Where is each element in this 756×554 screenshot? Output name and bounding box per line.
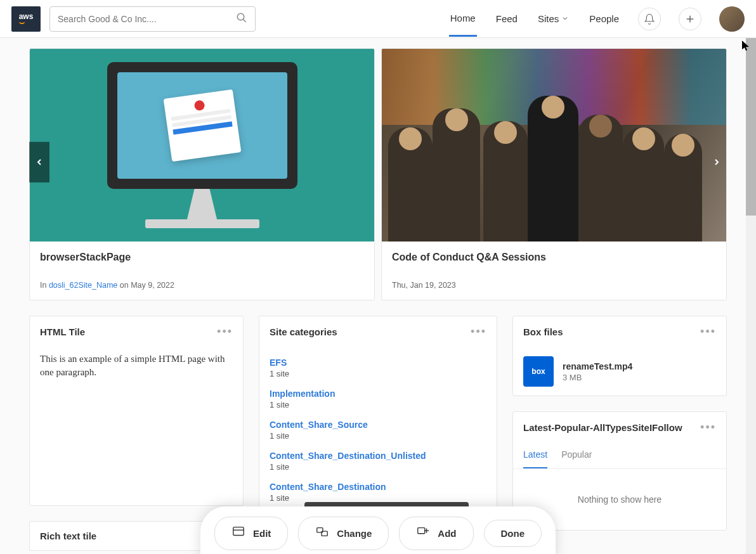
html-tile-menu[interactable]: ••• xyxy=(217,325,233,338)
add-button[interactable] xyxy=(679,8,701,30)
nav-feed[interactable]: Feed xyxy=(495,2,519,35)
carousel-card-2[interactable]: Code of Conduct Q&A Sessions Thu, Jan 19… xyxy=(381,48,727,300)
aws-logo[interactable]: aws ⌣ xyxy=(11,6,41,32)
nav-sites[interactable]: Sites xyxy=(537,2,570,35)
carousel: browserStackPage In dosli_62Site_Name on… xyxy=(29,48,727,300)
card-1-site-link[interactable]: dosli_62Site_Name xyxy=(49,281,117,290)
box-files-tile: Box files ••• box renameTest.mp4 3 MB xyxy=(512,316,727,396)
tab-popular[interactable]: Popular xyxy=(561,443,592,468)
rich-tile-title: Rich text tile xyxy=(40,531,96,541)
svg-rect-4 xyxy=(233,527,244,536)
bottom-toolbar: Edit Change Add Done xyxy=(200,506,556,554)
latest-tabs: Latest Popular xyxy=(513,443,726,469)
latest-title: Latest-Popular-AllTypesSiteIFollow xyxy=(523,422,682,433)
carousel-card-1[interactable]: browserStackPage In dosli_62Site_Name on… xyxy=(29,48,375,300)
html-tile-title: HTML Tile xyxy=(40,326,85,337)
box-file-item[interactable]: box renameTest.mp4 3 MB xyxy=(513,347,726,396)
box-menu[interactable]: ••• xyxy=(700,325,716,338)
card-2-image xyxy=(382,49,726,242)
chevron-down-icon xyxy=(561,13,569,24)
svg-rect-8 xyxy=(418,528,425,534)
html-tile: HTML Tile ••• This is an example of a si… xyxy=(29,316,244,506)
category-item[interactable]: Implementation 1 site xyxy=(270,383,486,415)
top-nav: Home Feed Sites People xyxy=(449,1,745,37)
carousel-prev-button[interactable] xyxy=(29,142,49,183)
carousel-next-button[interactable] xyxy=(707,142,727,183)
file-name: renameTest.mp4 xyxy=(563,361,632,371)
user-avatar[interactable] xyxy=(719,6,745,32)
search-icon[interactable] xyxy=(236,12,247,26)
change-icon xyxy=(315,525,329,542)
file-size: 3 MB xyxy=(563,373,632,382)
card-1-title: browserStackPage xyxy=(40,252,364,263)
box-icon: box xyxy=(523,356,554,387)
search-box[interactable] xyxy=(49,6,256,32)
box-title: Box files xyxy=(523,326,563,337)
categories-menu[interactable]: ••• xyxy=(471,325,486,338)
latest-menu[interactable]: ••• xyxy=(700,421,716,434)
svg-line-1 xyxy=(243,19,246,22)
change-button[interactable]: Change xyxy=(298,517,389,550)
category-item[interactable]: Content_Share_Destination_Unlisted 1 sit… xyxy=(270,446,486,477)
svg-point-0 xyxy=(237,13,244,20)
card-2-meta: Thu, Jan 19, 2023 xyxy=(392,281,716,290)
card-2-title: Code of Conduct Q&A Sessions xyxy=(392,252,716,263)
notifications-button[interactable] xyxy=(638,8,661,30)
done-button[interactable]: Done xyxy=(484,520,542,547)
categories-title: Site categories xyxy=(270,326,337,337)
top-header: aws ⌣ Home Feed Sites People xyxy=(0,0,756,38)
category-item[interactable]: EFS 1 site xyxy=(270,352,486,383)
edit-button[interactable]: Edit xyxy=(214,517,288,550)
category-item[interactable]: Content_Share_Source 1 site xyxy=(270,415,486,446)
categories-tile: Site categories ••• EFS 1 site Implement… xyxy=(259,316,497,519)
edit-icon xyxy=(231,525,245,542)
nav-home[interactable]: Home xyxy=(449,1,477,37)
search-input[interactable] xyxy=(58,14,236,24)
card-1-image xyxy=(30,49,374,242)
nav-people[interactable]: People xyxy=(588,2,620,35)
card-1-meta: In dosli_62Site_Name on May 9, 2022 xyxy=(40,281,364,290)
add-button-toolbar[interactable]: Add xyxy=(399,517,473,550)
add-icon xyxy=(416,525,430,542)
tab-latest[interactable]: Latest xyxy=(523,443,547,468)
scrollbar[interactable] xyxy=(746,0,756,554)
html-tile-content: This is an example of a simple HTML page… xyxy=(40,352,233,379)
main-content: browserStackPage In dosli_62Site_Name on… xyxy=(0,38,756,554)
